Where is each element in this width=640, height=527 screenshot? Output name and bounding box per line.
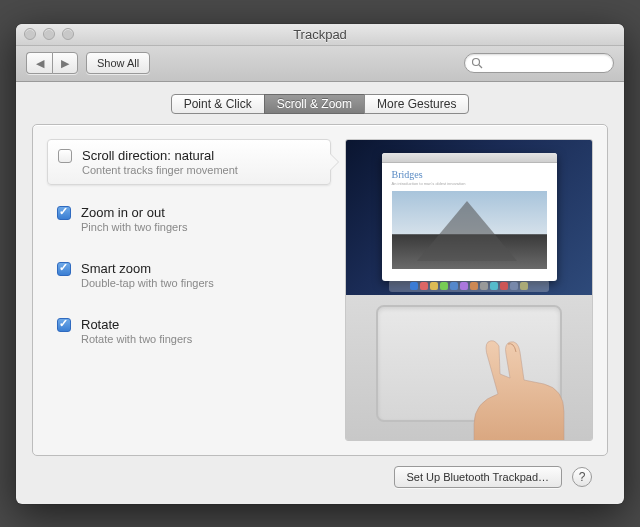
option-text: Scroll direction: natural Content tracks… [82,148,238,176]
option-title: Zoom in or out [81,205,187,220]
content: Point & Click Scroll & Zoom More Gesture… [16,82,624,504]
option-rotate[interactable]: Rotate Rotate with two fingers [47,309,331,353]
preview-dock [389,280,549,292]
checkbox-zoom[interactable] [57,206,71,220]
hand-icon [444,334,584,441]
chevron-right-icon: ▶ [61,57,69,70]
svg-line-1 [479,65,482,68]
options-list: Scroll direction: natural Content tracks… [47,139,331,441]
tab-point-click[interactable]: Point & Click [171,94,265,114]
option-sub: Rotate with two fingers [81,333,192,345]
gesture-preview: Bridges An introduction to man's oldest … [345,139,593,441]
option-sub: Content tracks finger movement [82,164,238,176]
option-sub: Pinch with two fingers [81,221,187,233]
settings-panel: Scroll direction: natural Content tracks… [32,124,608,456]
close-icon[interactable] [24,28,36,40]
option-smart-zoom[interactable]: Smart zoom Double-tap with two fingers [47,253,331,297]
footer: Set Up Bluetooth Trackpad… ? [32,456,608,492]
help-button[interactable]: ? [572,467,592,487]
toolbar: ◀ ▶ Show All [16,46,624,82]
back-button[interactable]: ◀ [26,52,52,74]
option-scroll-direction[interactable]: Scroll direction: natural Content tracks… [47,139,331,185]
option-sub: Double-tap with two fingers [81,277,214,289]
option-text: Zoom in or out Pinch with two fingers [81,205,187,233]
preview-window: Bridges An introduction to man's oldest … [382,153,557,281]
search-icon [471,57,483,69]
option-text: Rotate Rotate with two fingers [81,317,192,345]
svg-point-0 [473,59,480,66]
zoom-icon[interactable] [62,28,74,40]
tab-bar: Point & Click Scroll & Zoom More Gesture… [32,94,608,114]
preview-window-body: Bridges An introduction to man's oldest … [382,163,557,275]
nav-group: ◀ ▶ [26,52,78,74]
titlebar: Trackpad [16,24,624,46]
forward-button[interactable]: ▶ [52,52,78,74]
checkbox-smart-zoom[interactable] [57,262,71,276]
preview-screen: Bridges An introduction to man's oldest … [346,140,592,295]
window-title: Trackpad [16,27,624,42]
preview-page-title: Bridges [392,169,547,180]
checkbox-scroll-direction[interactable] [58,149,72,163]
traffic-lights [16,28,74,40]
preview-trackpad [346,295,592,440]
bluetooth-trackpad-button[interactable]: Set Up Bluetooth Trackpad… [394,466,562,488]
preview-image [392,191,547,269]
minimize-icon[interactable] [43,28,55,40]
search-input[interactable] [487,57,607,69]
option-title: Smart zoom [81,261,214,276]
option-title: Rotate [81,317,192,332]
chevron-left-icon: ◀ [36,57,44,70]
preview-page-sub: An introduction to man's oldest innovati… [392,181,547,186]
show-all-button[interactable]: Show All [86,52,150,74]
search-field[interactable] [464,53,614,73]
prefs-window: Trackpad ◀ ▶ Show All Point & Click Scro… [16,24,624,504]
tab-more-gestures[interactable]: More Gestures [364,94,469,114]
preview-window-bar [382,153,557,163]
option-zoom[interactable]: Zoom in or out Pinch with two fingers [47,197,331,241]
option-text: Smart zoom Double-tap with two fingers [81,261,214,289]
tab-scroll-zoom[interactable]: Scroll & Zoom [264,94,365,114]
checkbox-rotate[interactable] [57,318,71,332]
option-title: Scroll direction: natural [82,148,238,163]
